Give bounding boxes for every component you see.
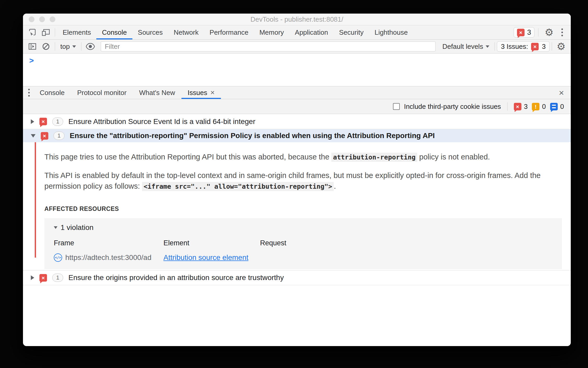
issue-row-permission-policy[interactable]: × 1 Ensure the "attribution-reporting" P… (23, 129, 571, 142)
tab-console[interactable]: Console (96, 25, 132, 39)
issue-title: Ensure the origins provided in an attrib… (68, 274, 284, 282)
main-tab-bar: Elements Console Sources Network Perform… (23, 25, 571, 40)
divider (495, 42, 495, 51)
window-title: DevTools - publisher.test:8081/ (250, 15, 343, 23)
console-messages[interactable]: > (23, 54, 571, 86)
column-header-frame: Frame (54, 239, 163, 247)
affected-resources-heading: AFFECTED RESOURCES (44, 205, 555, 212)
divider (55, 42, 55, 51)
divider (552, 42, 552, 51)
divider (55, 28, 55, 37)
error-count: 3 (527, 28, 531, 37)
code-span: attribution-reporting (331, 153, 417, 162)
tab-memory[interactable]: Memory (254, 25, 289, 39)
console-toolbar: top Default levels 3 Issues: × 3 ⚙ (23, 40, 571, 54)
error-bubble-icon: × (514, 103, 521, 110)
issue-row-event-id[interactable]: × 1 Ensure Attribution Source Event Id i… (23, 114, 571, 129)
violation-toggle[interactable]: 1 violation (54, 223, 562, 232)
filter-input[interactable] (101, 41, 436, 51)
clear-console-icon[interactable] (39, 42, 53, 51)
third-party-cookies-checkbox[interactable] (393, 103, 400, 110)
devtools-window: DevTools - publisher.test:8081/ Elements… (23, 14, 571, 346)
chevron-down-icon (72, 45, 76, 48)
issue-detail: This page tries to use the Attribution R… (23, 142, 571, 270)
error-counter: × 3 (514, 103, 528, 111)
frame-url: https://adtech.test:3000/ad (65, 253, 151, 262)
frame-cell: </> https://adtech.test:3000/ad (54, 253, 163, 262)
tab-lighthouse[interactable]: Lighthouse (369, 25, 413, 39)
divider (538, 28, 538, 37)
affected-resources-box: 1 violation Frame Element Request </> ht… (44, 218, 562, 269)
error-bubble-icon: × (531, 43, 539, 50)
issue-count-badge: 1 (52, 117, 63, 126)
drawer-tab-bar: Console Protocol monitor What's New Issu… (23, 86, 571, 99)
chevron-down-icon (486, 45, 489, 48)
attribution-source-element-link[interactable]: Attribution source element (163, 253, 260, 262)
console-settings-gear-icon[interactable]: ⚙ (554, 41, 568, 51)
issue-title: Ensure the "attribution-reporting" Permi… (70, 132, 435, 140)
issue-row-trustworthy-origins[interactable]: × 1 Ensure the origins provided in an at… (23, 270, 571, 285)
column-header-element: Element (163, 239, 260, 247)
close-drawer-icon[interactable]: × (552, 88, 571, 98)
main-toolbar-right: × 3 ⚙ (514, 25, 571, 39)
issue-resolution-paragraph: This API is enabled by default in the to… (44, 170, 543, 192)
log-levels-dropdown[interactable]: Default levels (439, 43, 492, 51)
message-counter: 0 (550, 103, 564, 111)
error-bubble-icon: × (39, 118, 47, 125)
drawer-tab-issues[interactable]: Issues × (181, 86, 221, 99)
warning-bubble-icon: ! (532, 103, 539, 110)
issue-description-paragraph: This page tries to use the Attribution R… (44, 152, 543, 162)
traffic-lights (29, 16, 55, 22)
inspect-element-icon[interactable] (26, 25, 39, 39)
drawer-tab-console[interactable]: Console (33, 86, 71, 99)
tab-elements[interactable]: Elements (57, 25, 96, 39)
drawer-tab-whats-new[interactable]: What's New (133, 86, 181, 99)
tab-application[interactable]: Application (289, 25, 333, 39)
code-span: <iframe src="..." allow="attribution-rep… (142, 182, 334, 191)
settings-gear-icon[interactable]: ⚙ (542, 27, 556, 37)
divider (507, 102, 508, 111)
more-options-icon[interactable] (558, 28, 567, 36)
expand-caret-icon[interactable] (31, 275, 34, 280)
live-expression-eye-icon[interactable] (84, 43, 97, 50)
console-sidebar-icon[interactable] (26, 42, 39, 51)
tab-sources[interactable]: Sources (132, 25, 168, 39)
message-bubble-icon (550, 103, 558, 110)
tab-security[interactable]: Security (334, 25, 369, 39)
context-selector[interactable]: top (57, 43, 79, 51)
collapse-caret-icon[interactable] (31, 134, 36, 138)
collapse-caret-icon (54, 226, 57, 229)
checkbox-label: Include third-party cookie issues (404, 103, 501, 111)
error-bubble-icon: × (517, 29, 525, 36)
issues-panel-toolbar: Include third-party cookie issues × 3 ! … (23, 99, 571, 114)
toggle-device-toolbar-icon[interactable] (39, 25, 53, 39)
error-bubble-icon: × (39, 274, 47, 282)
violations-table: Frame Element Request </> https://adtech… (54, 239, 562, 262)
issues-error-badge[interactable]: × 3 (514, 27, 534, 38)
error-bubble-icon: × (41, 132, 48, 140)
drawer-tab-protocol-monitor[interactable]: Protocol monitor (71, 86, 133, 99)
console-prompt-icon[interactable]: > (29, 56, 34, 65)
titlebar: DevTools - publisher.test:8081/ (23, 14, 571, 25)
tab-performance[interactable]: Performance (204, 25, 254, 39)
divider (81, 42, 81, 51)
close-window-button[interactable] (29, 16, 34, 22)
issue-count-badge: 1 (52, 274, 63, 282)
column-header-request: Request (260, 239, 562, 247)
tab-network[interactable]: Network (168, 25, 204, 39)
close-tab-icon[interactable]: × (210, 89, 215, 96)
issues-list: × 1 Ensure Attribution Source Event Id i… (23, 114, 571, 346)
issue-title: Ensure Attribution Source Event Id is a … (68, 117, 255, 126)
zoom-window-button[interactable] (50, 16, 55, 22)
warning-counter: ! 0 (532, 103, 546, 111)
drawer-more-tabs-icon[interactable] (25, 89, 33, 97)
minimize-window-button[interactable] (39, 16, 45, 22)
issue-count-badge: 1 (54, 132, 64, 140)
issues-counter-button[interactable]: 3 Issues: × 3 (497, 41, 550, 52)
expand-caret-icon[interactable] (31, 119, 34, 124)
frame-source-icon: </> (54, 253, 62, 262)
